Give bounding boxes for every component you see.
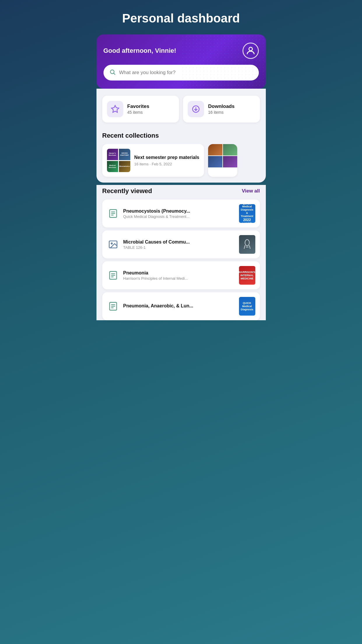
recent-collections-title: Recent collections (102, 132, 260, 139)
favorites-info: Favorites 45 items (127, 104, 150, 115)
favorites-count: 45 items (127, 110, 150, 115)
recent-text-4: Pneumonia, Anaerobic, & Lun... (123, 303, 235, 309)
svg-line-13 (244, 245, 245, 249)
collection-thumbs: Harper's Biochem GROSS ANATOMY Medical B… (107, 149, 130, 172)
recent-title-2: Microbial Causes of Commu... (123, 239, 235, 245)
second-thumb-1 (208, 144, 222, 155)
second-thumb-4 (223, 156, 237, 167)
download-icon (191, 105, 200, 113)
main-content: Favorites 45 items Downloads 16 items Re… (96, 89, 266, 183)
quick-actions: Favorites 45 items Downloads 16 items (102, 96, 260, 123)
star-icon (111, 105, 120, 113)
recently-viewed-header: Recently viewed View all (102, 187, 260, 195)
downloads-icon-wrap (188, 101, 204, 117)
svg-point-12 (245, 240, 249, 246)
collection-thumb-3: Medical Biochem (107, 161, 118, 172)
recent-text-1: Pneumocystosis (Pneumocy... Quick Medica… (123, 209, 235, 219)
collection-card[interactable]: Harper's Biochem GROSS ANATOMY Medical B… (102, 144, 204, 177)
book-icon-1 (107, 207, 119, 220)
recently-viewed-title: Recently viewed (102, 187, 152, 195)
search-bar[interactable] (103, 65, 259, 80)
recent-item-3[interactable]: Pneumonia Harrison's Principles of Inter… (102, 261, 260, 289)
svg-point-11 (111, 243, 112, 244)
recent-item-2[interactable]: Microbial Causes of Commu... TABLE 126-1 (102, 230, 260, 258)
second-thumb-2 (223, 144, 237, 155)
recent-item-1[interactable]: Pneumocystosis (Pneumocy... Quick Medica… (102, 200, 260, 228)
svg-marker-3 (111, 106, 119, 113)
recent-sub-3: Harrison's Principles of Internal Medi..… (123, 276, 235, 281)
view-all-link[interactable]: View all (242, 188, 260, 194)
downloads-label: Downloads (208, 104, 235, 109)
recent-thumb-2 (239, 235, 255, 254)
second-card-thumbs (208, 144, 237, 167)
image-icon-2 (107, 238, 119, 251)
collection-card-second[interactable] (208, 144, 237, 177)
recent-thumb-1: QUICKMedicalDiagnosis& Treatment2022LANG… (239, 204, 255, 223)
collection-info: Next semester prep materials 16 items · … (134, 155, 199, 166)
search-input[interactable] (119, 70, 253, 76)
search-icon (109, 69, 116, 76)
user-avatar[interactable] (242, 43, 259, 59)
book-icon-4 (107, 300, 119, 312)
recent-sub-2: TABLE 126-1 (123, 245, 235, 250)
favorites-icon-wrap (107, 101, 123, 117)
favorites-label: Favorites (127, 104, 150, 109)
recent-item-4[interactable]: Pneumonia, Anaerobic, & Lun... QUICKMedi… (102, 292, 260, 320)
collection-meta: 16 items · Feb 5, 2022 (134, 162, 199, 166)
collection-thumb-1: Harper's Biochem (107, 149, 118, 160)
collection-thumb-4: Biostatistics (119, 161, 130, 172)
collection-thumb-2: GROSS ANATOMY (119, 149, 130, 160)
second-thumb-3 (208, 156, 222, 167)
greeting-text: Good afternoon, Vinnie! (103, 47, 176, 55)
recent-sub-1: Quick Medical Diagnosis & Treatment... (123, 214, 235, 219)
favorites-card[interactable]: Favorites 45 items (102, 96, 179, 123)
svg-line-14 (249, 245, 250, 249)
svg-point-1 (110, 70, 114, 74)
downloads-count: 16 items (208, 110, 235, 115)
book-icon-3 (107, 269, 119, 281)
downloads-info: Downloads 16 items (208, 104, 235, 115)
recent-text-2: Microbial Causes of Commu... TABLE 126-1 (123, 239, 235, 250)
recent-text-3: Pneumonia Harrison's Principles of Inter… (123, 270, 235, 281)
recent-title-3: Pneumonia (123, 270, 235, 276)
collection-scroll: Harper's Biochem GROSS ANATOMY Medical B… (96, 144, 266, 183)
collection-name: Next semester prep materials (134, 155, 199, 161)
svg-line-2 (114, 73, 115, 75)
page-title: Personal dashboard (96, 12, 266, 25)
svg-point-0 (249, 47, 252, 51)
top-card: Good afternoon, Vinnie! (96, 34, 266, 89)
recently-viewed-section: Recently viewed View all Pneumocystosis … (96, 185, 266, 320)
recent-thumb-3: HARRISON'SINTERNALMEDICINE (239, 266, 255, 285)
recent-title-1: Pneumocystosis (Pneumocy... (123, 209, 235, 214)
recent-thumb-4: QUICKMedicalDiagnosis (239, 297, 255, 316)
recent-title-4: Pneumonia, Anaerobic, & Lun... (123, 303, 235, 309)
downloads-card[interactable]: Downloads 16 items (183, 96, 260, 123)
